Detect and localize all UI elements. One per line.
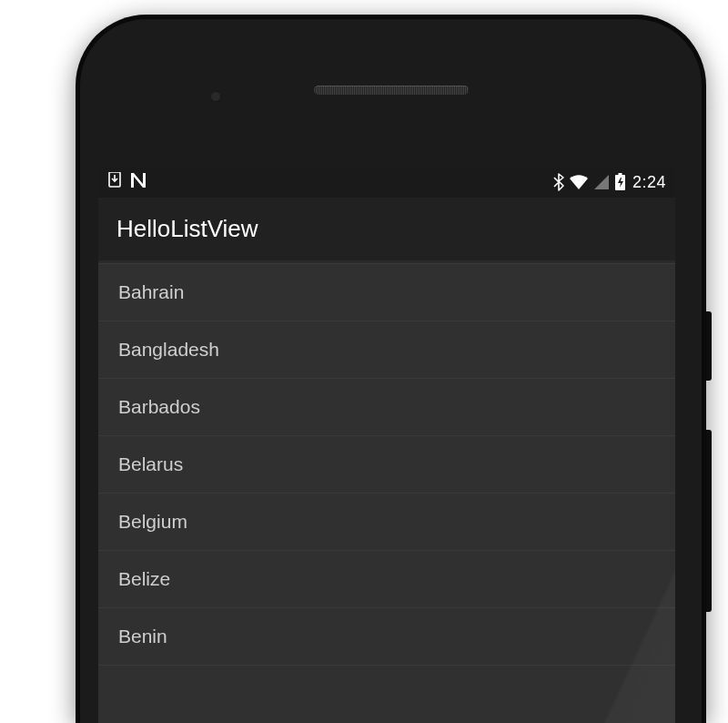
status-bar[interactable]: 2:24 — [98, 167, 675, 198]
device-screen: 2:24 HelloListView Bahrain Bangladesh Ba… — [98, 167, 675, 723]
list-item[interactable]: Bangladesh — [98, 321, 675, 379]
list-item[interactable]: Barbados — [98, 379, 675, 436]
app-title: HelloListView — [116, 215, 258, 243]
list-item-label: Benin — [118, 626, 167, 647]
list-item[interactable]: Belgium — [98, 494, 675, 551]
wifi-icon — [569, 174, 589, 190]
app-bar: HelloListView — [98, 198, 675, 261]
list-item[interactable]: Bahrain — [98, 264, 675, 321]
volume-button — [706, 430, 712, 612]
phone-frame: 2:24 HelloListView Bahrain Bangladesh Ba… — [76, 15, 706, 723]
list-item-label: Bangladesh — [118, 339, 219, 361]
list-item-label: Barbados — [118, 396, 200, 418]
list-bottom-space — [98, 666, 675, 723]
svg-rect-2 — [618, 173, 622, 176]
list-item[interactable]: Benin — [98, 608, 675, 666]
list-item-label: Belize — [118, 568, 170, 590]
status-right: 2:24 — [553, 173, 666, 192]
download-icon — [107, 172, 122, 193]
list-item[interactable]: Belarus — [98, 436, 675, 494]
android-n-icon — [129, 172, 147, 193]
list-item-label: Bahrain — [118, 281, 184, 303]
country-list[interactable]: Bahrain Bangladesh Barbados Belarus Belg… — [98, 261, 675, 723]
status-left — [107, 172, 147, 193]
list-item-label: Belgium — [118, 511, 187, 533]
signal-icon — [593, 174, 610, 190]
list-item-label: Belarus — [118, 453, 183, 475]
list-item[interactable]: Belize — [98, 551, 675, 608]
status-clock: 2:24 — [632, 173, 666, 192]
power-button — [706, 311, 712, 381]
earpiece-speaker — [314, 86, 469, 95]
bluetooth-icon — [553, 173, 564, 191]
battery-charging-icon — [614, 173, 626, 191]
front-camera — [210, 91, 221, 102]
